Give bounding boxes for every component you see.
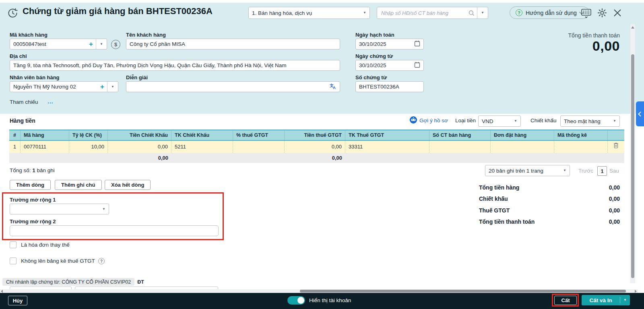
cell-no[interactable]: 1 — [9, 141, 21, 153]
cell-tk-thue[interactable]: 33311 — [345, 141, 429, 153]
caret-down-icon[interactable]: ▼ — [620, 299, 630, 302]
posting-date-input[interactable]: 30/10/2025 — [355, 39, 424, 49]
cell-tien-chiet-khau[interactable]: 0,00 — [108, 141, 171, 153]
add-note-button[interactable]: Thêm ghi chú — [55, 180, 102, 190]
pagination-next[interactable]: Sau — [609, 168, 619, 174]
col-header[interactable]: TK Chiết Khấu — [171, 130, 233, 140]
cell-don-dat-hang[interactable] — [491, 141, 554, 153]
total-cell — [69, 153, 108, 163]
branch-note-text: Chi nhánh lập chứng từ: CÔNG TY CỔ PHẦN … — [2, 278, 134, 286]
trash-icon[interactable] — [613, 141, 619, 153]
close-icon[interactable] — [613, 8, 622, 19]
horizontal-scrollbar-thumb[interactable] — [300, 290, 626, 293]
search-icon[interactable] — [469, 10, 477, 16]
cell-tien-thue[interactable]: 0,00 — [285, 141, 345, 153]
checkbox[interactable] — [10, 241, 17, 248]
translate-icon[interactable]: 文 A — [330, 83, 336, 91]
calendar-icon[interactable] — [414, 40, 420, 48]
cancel-button[interactable]: Hủy — [8, 296, 27, 305]
help-button[interactable]: ? Hướng dẫn sử dụng — [510, 6, 589, 19]
pagination-page-box[interactable]: 1 — [597, 166, 607, 176]
salesperson-label: Nhân viên bán hàng — [10, 74, 60, 80]
total-cell — [345, 153, 429, 163]
total-cell — [608, 153, 624, 163]
page-size-select[interactable]: 20 bản ghi trên 1 trang ▼ — [485, 165, 570, 176]
vertical-scrollbar-thumb[interactable] — [631, 54, 634, 278]
ai-robot-icon[interactable] — [410, 116, 417, 125]
scroll-up-icon[interactable] — [631, 26, 634, 29]
customer-balance-icon[interactable]: $ — [111, 40, 120, 49]
table-header-row: # Mã hàng Tỷ lệ CK (%) Tiền Chiết Khấu T… — [9, 130, 624, 141]
invoice-search-box[interactable]: ▼ — [377, 7, 488, 19]
voucher-type-value: 1. Bán hàng hóa, dịch vụ — [252, 10, 312, 16]
cell-tk-chiet-khau[interactable]: 5211 — [171, 141, 233, 153]
cell-ma-hang[interactable]: 00770111 — [21, 141, 69, 153]
caret-down-icon: ▼ — [514, 119, 517, 123]
summary-row: Thuế GTGT 0,00 — [479, 207, 620, 214]
extension-field1-select[interactable]: ▼ — [10, 204, 109, 214]
summary-value: 0,00 — [609, 196, 620, 202]
col-header[interactable]: Mã thống kê — [554, 130, 608, 140]
customer-code-caret[interactable]: ▼ — [96, 39, 107, 49]
show-accounts-toggle[interactable] — [287, 296, 305, 305]
calendar-icon[interactable] — [414, 62, 420, 69]
pagination-prev[interactable]: Trước — [578, 168, 593, 174]
memo-input[interactable]: 文 A — [126, 81, 340, 92]
col-header[interactable]: Tiền Chiết Khấu — [108, 130, 171, 140]
vertical-scrollbar[interactable] — [630, 24, 635, 283]
checkbox[interactable] — [10, 258, 17, 264]
cell-ma-thong-ke[interactable] — [554, 141, 608, 153]
discount-mode-value: Theo mặt hàng — [564, 118, 601, 124]
suggest-documents-link[interactable]: Gợi ý hồ sơ — [419, 117, 448, 124]
address-input[interactable]: Tầng 9, tòa nhà Technosoft, phố Duy Tân,… — [10, 60, 340, 71]
col-header[interactable]: TK Thuế GTGT — [345, 130, 429, 140]
settings-gear-icon[interactable] — [597, 8, 607, 20]
currency-select[interactable]: VND ▼ — [478, 115, 521, 127]
scroll-left-icon[interactable] — [1, 290, 3, 293]
delete-all-rows-button[interactable]: Xóa hết dòng — [105, 180, 151, 190]
cell-ty-le-ck[interactable]: 10,00 — [69, 141, 108, 153]
voucher-date-input[interactable]: 30/10/2025 — [355, 60, 424, 71]
discount-mode-select[interactable]: Theo mặt hàng ▼ — [560, 115, 620, 127]
col-header[interactable]: Tiền thuế GTGT — [285, 130, 345, 140]
col-header[interactable]: % thuế GTGT — [233, 130, 285, 140]
record-count-value: 1 — [32, 167, 35, 173]
page-title: Chứng từ giảm giá hàng bán BHTEST00236A — [23, 6, 213, 16]
salesperson-caret[interactable]: ▼ — [107, 82, 118, 92]
extension-field2-input[interactable] — [10, 225, 219, 236]
col-header[interactable]: Mã hàng — [21, 130, 69, 140]
scroll-right-icon[interactable] — [635, 290, 637, 293]
voucher-no-input[interactable]: BHTEST00236A — [355, 81, 424, 92]
collapse-panel-tab[interactable] — [636, 101, 644, 126]
voucher-type-select[interactable]: 1. Bán hàng hóa, dịch vụ ▼ — [248, 7, 370, 19]
add-customer-icon[interactable]: + — [89, 41, 93, 47]
col-header[interactable]: # — [9, 130, 21, 140]
add-salesperson-icon[interactable]: + — [100, 83, 104, 90]
horizontal-scrollbar[interactable] — [0, 289, 638, 293]
checkbox-label: Là hóa đơn thay thế — [21, 242, 70, 248]
record-count-suffix: bản ghi — [37, 167, 55, 173]
col-header[interactable]: Đơn đặt hàng — [491, 130, 554, 140]
cell-so-ct[interactable] — [429, 141, 491, 153]
table-row[interactable]: 1 00770111 10,00 0,00 5211 0,00 33311 — [9, 141, 624, 153]
info-question-icon[interactable]: ? — [98, 258, 105, 264]
reference-more-link[interactable]: ... — [47, 98, 54, 105]
search-input[interactable] — [380, 7, 465, 19]
cell-pct-thue[interactable] — [233, 141, 285, 153]
customer-code-value: 00050847test — [13, 41, 46, 47]
add-row-button[interactable]: Thêm dòng — [10, 180, 51, 190]
memo-label: Diễn giải — [126, 74, 148, 80]
save-button[interactable]: Cất — [554, 296, 577, 305]
salesperson-combo[interactable]: Nguyễn Thị Mỹ Nương 02 + ▼ — [10, 81, 118, 92]
col-header[interactable]: Số CT bán hàng — [429, 130, 491, 140]
save-and-print-button[interactable]: Cất và In ▼ — [582, 295, 630, 305]
shortcut-keyboard-icon[interactable] — [581, 8, 592, 20]
col-header[interactable]: Tỷ lệ CK (%) — [69, 130, 108, 140]
customer-name-input[interactable]: Công ty Cổ phần MISA — [126, 39, 340, 49]
search-caret[interactable]: ▼ — [477, 7, 488, 19]
svg-text:A: A — [333, 85, 336, 89]
customer-code-combo[interactable]: 00050847test + ▼ — [10, 39, 107, 49]
history-icon[interactable] — [7, 8, 18, 20]
caret-down-icon: ▼ — [481, 11, 484, 14]
summary-value: 0,00 — [609, 218, 620, 225]
